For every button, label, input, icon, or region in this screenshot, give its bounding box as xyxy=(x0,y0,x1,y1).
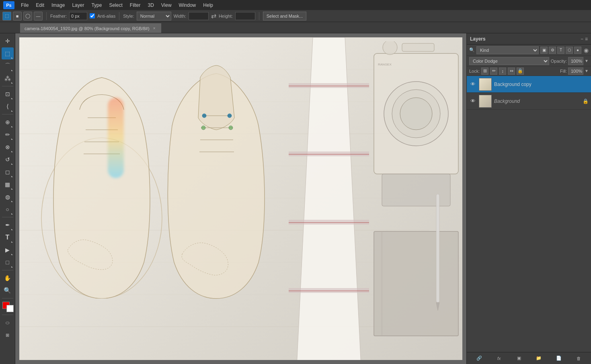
lock-all-btn[interactable]: 🔒 xyxy=(517,67,524,75)
background-color[interactable] xyxy=(6,305,14,312)
separator-3 xyxy=(259,12,259,20)
svg-point-18 xyxy=(202,114,206,118)
menu-filter[interactable]: Filter xyxy=(127,2,144,9)
filter-type-select[interactable]: Kind Name Effect Mode Attribute Color xyxy=(476,46,539,54)
add-mask-btn[interactable]: ▣ xyxy=(515,354,523,363)
menu-edit[interactable]: Edit xyxy=(33,2,47,9)
width-label: Width: xyxy=(174,14,186,18)
tools-panel: ✛ ⬚ ⌒ ⁂ ⊡ ⟨ ⊕ ✏ ⊗ xyxy=(0,33,15,364)
text-tool-btn[interactable]: T xyxy=(2,231,14,243)
menu-help[interactable]: Help xyxy=(200,2,216,9)
menu-layer[interactable]: Layer xyxy=(69,2,87,9)
screen-mode-btn[interactable]: ⊞ xyxy=(2,329,14,341)
layer-fx-btn[interactable]: fx xyxy=(495,354,503,363)
panel-collapse-btn[interactable]: − xyxy=(581,36,583,42)
shape-tool-btn[interactable]: □ xyxy=(2,256,14,268)
new-group-btn[interactable]: 📁 xyxy=(534,354,543,363)
gradient-tool-btn[interactable]: ▦ xyxy=(2,178,14,190)
document-tab[interactable]: camera-1840054_1920.jpg @ 80% (Backgroun… xyxy=(20,23,161,33)
lasso-tool-btn[interactable]: ⌒ xyxy=(2,60,14,72)
new-layer-btn[interactable]: 📄 xyxy=(554,354,563,363)
move-tool-btn[interactable]: ✛ xyxy=(2,35,14,47)
layers-blend-row: Normal Dissolve Darken Multiply Color Bu… xyxy=(467,56,591,66)
layer-item-background[interactable]: 👁 Background 🔒 xyxy=(467,93,591,110)
selection-tool-group: ⬚ ■ ◯ — xyxy=(2,12,43,20)
separator-2 xyxy=(119,12,119,20)
opacity-group: Opacity: ▼ xyxy=(551,57,589,65)
panel-menu-btn[interactable]: ≡ xyxy=(585,36,588,42)
fill-label: Fill: xyxy=(560,69,567,74)
blur-tool-btn[interactable]: ◍ xyxy=(2,191,14,203)
camera: RANGEX xyxy=(370,41,462,222)
elliptical-marquee-btn[interactable]: ◯ xyxy=(23,12,32,20)
filter-type-btn[interactable]: T xyxy=(557,47,564,54)
width-input[interactable] xyxy=(189,12,209,20)
filter-smartobj-btn[interactable]: ● xyxy=(574,47,581,54)
canvas-area[interactable]: RANGEX xyxy=(15,33,466,364)
filter-toggle-icon[interactable]: ◉ xyxy=(584,47,589,53)
dodge-tool-btn[interactable]: ○ xyxy=(2,203,14,215)
lock-artboard-btn[interactable]: ↕ xyxy=(499,67,506,75)
feather-input[interactable] xyxy=(69,12,87,20)
layer-item-background-copy[interactable]: 👁 Background copy xyxy=(467,76,591,93)
square-marquee-btn[interactable]: ■ xyxy=(13,12,22,20)
eraser-tool-btn[interactable]: ◻ xyxy=(2,166,14,178)
blend-mode-select[interactable]: Normal Dissolve Darken Multiply Color Bu… xyxy=(469,57,549,65)
eyedropper-tool-btn[interactable]: ⟨ xyxy=(2,100,14,112)
hand-tool-btn[interactable]: ✋ xyxy=(2,272,14,284)
quick-mask-btn[interactable]: ⬭ xyxy=(2,317,14,329)
lock-paint-btn[interactable]: ✏ xyxy=(490,67,497,75)
layer-visibility-bg[interactable]: 👁 xyxy=(469,98,476,105)
left-shoe xyxy=(39,49,164,299)
healing-tool-btn[interactable]: ⊕ xyxy=(2,116,14,128)
rectangular-marquee-btn[interactable]: ⬚ xyxy=(2,12,11,20)
opacity-arrow-icon[interactable]: ▼ xyxy=(585,59,589,63)
pen-tool-btn[interactable]: ✒ xyxy=(2,219,14,231)
single-row-btn[interactable]: — xyxy=(34,12,43,20)
feather-label: Feather: xyxy=(50,14,67,18)
filter-shape-btn[interactable]: ⬡ xyxy=(566,47,573,54)
fill-arrow-icon[interactable]: ▼ xyxy=(585,69,589,73)
link-layers-btn[interactable]: 🔗 xyxy=(475,354,484,363)
height-input[interactable] xyxy=(235,12,255,20)
swap-dimensions-btn[interactable]: ⇄ xyxy=(211,12,216,20)
filter-adjustment-btn[interactable]: ⚙ xyxy=(549,47,556,54)
menu-select[interactable]: Select xyxy=(106,2,125,9)
select-mask-btn[interactable]: Select and Mask... xyxy=(263,12,307,20)
layers-lock-row: Lock: ⊞ ✏ ↕ ⇔ 🔒 Fill: ▼ xyxy=(467,66,591,76)
style-label: Style: xyxy=(123,14,134,18)
separator-1 xyxy=(46,12,47,20)
magic-wand-tool-btn[interactable]: ⁂ xyxy=(2,72,14,84)
filter-search-icon[interactable]: 🔍 xyxy=(469,47,475,53)
lock-pixels-btn[interactable]: ⊞ xyxy=(481,67,488,75)
style-select[interactable]: Normal Fixed Ratio Fixed Size xyxy=(137,12,171,20)
tool-divider-1 xyxy=(2,86,13,86)
lock-position-btn[interactable]: ⇔ xyxy=(508,67,515,75)
history-tool-btn[interactable]: ↺ xyxy=(2,153,14,166)
anti-alias-checkbox[interactable] xyxy=(90,13,95,18)
filter-pixel-btn[interactable]: ▣ xyxy=(540,47,548,54)
right-panel: Layers − ≡ 🔍 Kind Name Effect Mode Attri… xyxy=(466,33,591,364)
zoom-tool-btn[interactable]: 🔍 xyxy=(2,284,14,297)
tool-divider-5 xyxy=(2,298,13,299)
menu-3d[interactable]: 3D xyxy=(144,2,157,9)
tab-close-btn[interactable]: × xyxy=(152,26,157,31)
menu-file[interactable]: File xyxy=(18,2,32,9)
tool-divider-4 xyxy=(2,270,13,270)
menu-type[interactable]: Type xyxy=(88,2,105,9)
clone-tool-btn[interactable]: ⊗ xyxy=(2,141,14,153)
options-toolbar: ⬚ ■ ◯ — Feather: Anti-alias Style: Norma… xyxy=(0,10,591,22)
fill-input[interactable] xyxy=(568,67,583,75)
layer-visibility-bg-copy[interactable]: 👁 xyxy=(469,81,476,88)
brush-tool-btn[interactable]: ✏ xyxy=(2,129,14,141)
menu-image[interactable]: Image xyxy=(48,2,68,9)
layers-panel-footer: 🔗 fx ▣ 📁 📄 🗑 xyxy=(467,352,591,364)
marquee-tool-btn[interactable]: ⬚ xyxy=(2,47,14,59)
crop-tool-btn[interactable]: ⊡ xyxy=(2,88,14,100)
path-select-tool-btn[interactable]: ▶ xyxy=(2,244,14,256)
menu-window[interactable]: Window xyxy=(176,2,199,9)
layer-thumb-bg-copy xyxy=(479,78,492,91)
delete-layer-btn[interactable]: 🗑 xyxy=(574,354,583,363)
opacity-input[interactable] xyxy=(568,57,583,65)
menu-view[interactable]: View xyxy=(158,2,175,9)
